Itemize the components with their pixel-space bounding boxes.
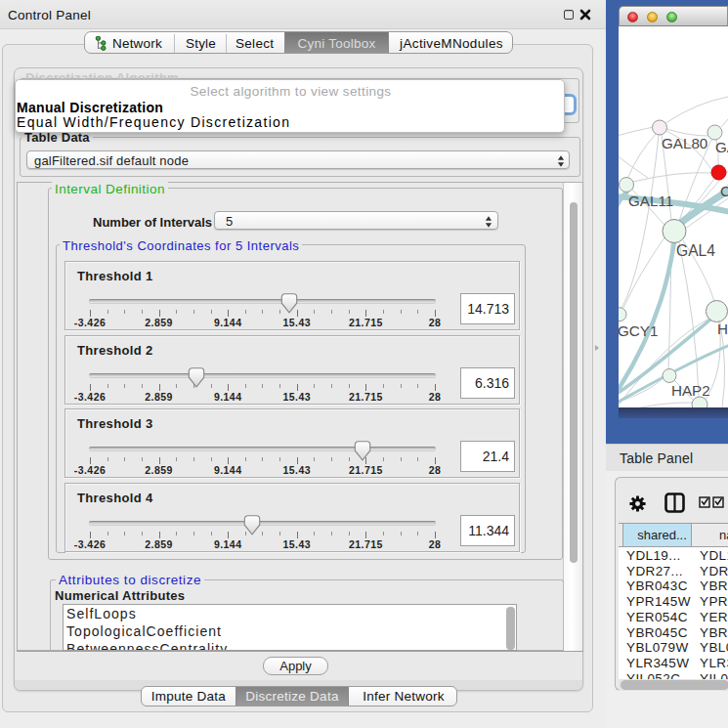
svg-text:GCY1: GCY1 bbox=[619, 322, 658, 339]
svg-text:HAP2: HAP2 bbox=[671, 382, 710, 399]
svg-text:C: C bbox=[720, 183, 728, 199]
svg-text:H: H bbox=[717, 321, 728, 337]
svg-text:GAL4: GAL4 bbox=[676, 242, 715, 259]
svg-text:GA: GA bbox=[715, 139, 728, 155]
svg-text:GAL80: GAL80 bbox=[662, 135, 707, 151]
svg-text:GAL11: GAL11 bbox=[628, 193, 673, 209]
